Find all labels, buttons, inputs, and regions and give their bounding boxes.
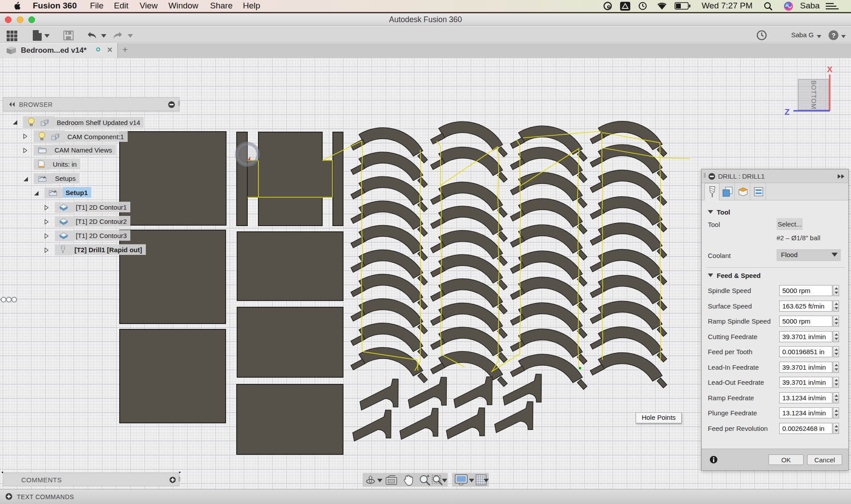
svg-text:X: X — [827, 65, 833, 74]
svg-text:?: ? — [831, 31, 835, 39]
svg-text:BOTTOM: BOTTOM — [810, 81, 817, 109]
svg-text:Z: Z — [785, 107, 790, 117]
